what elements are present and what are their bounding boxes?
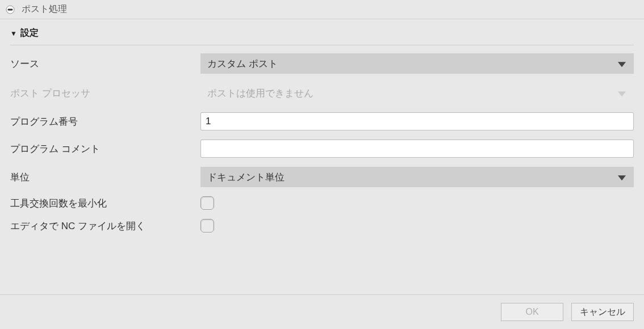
- select-source[interactable]: カスタム ポスト: [200, 53, 634, 74]
- row-minimize-tool-changes: 工具交換回数を最小化: [10, 196, 634, 210]
- label-open-nc-editor: エディタで NC ファイルを開く: [10, 220, 200, 233]
- row-unit: 単位 ドキュメント単位: [10, 167, 634, 187]
- app-icon: [6, 5, 15, 14]
- select-postprocessor-value: ポストは使用できません: [207, 87, 313, 100]
- label-source: ソース: [10, 57, 200, 70]
- input-program-comment[interactable]: [200, 140, 634, 158]
- titlebar: ポスト処理: [0, 0, 644, 19]
- checkbox-open-nc-editor[interactable]: [200, 219, 214, 233]
- row-program-number: プログラム番号: [10, 112, 634, 130]
- checkbox-minimize-tool-changes[interactable]: [200, 196, 214, 210]
- label-program-number: プログラム番号: [10, 115, 200, 128]
- row-program-comment: プログラム コメント: [10, 140, 634, 158]
- cancel-button[interactable]: キャンセル: [571, 303, 634, 321]
- label-minimize-tool-changes: 工具交換回数を最小化: [10, 197, 200, 210]
- input-program-number[interactable]: [200, 112, 634, 130]
- disclosure-triangle-icon: ▼: [10, 29, 17, 37]
- select-unit[interactable]: ドキュメント単位: [200, 167, 634, 187]
- window-title: ポスト処理: [22, 3, 67, 15]
- select-postprocessor: ポストは使用できません: [200, 83, 634, 103]
- label-program-comment: プログラム コメント: [10, 142, 200, 155]
- label-unit: 単位: [10, 171, 200, 184]
- select-unit-value: ドキュメント単位: [207, 171, 285, 184]
- select-source-value: カスタム ポスト: [207, 57, 278, 70]
- row-open-nc-editor: エディタで NC ファイルを開く: [10, 219, 634, 233]
- section-header-settings[interactable]: ▼ 設定: [10, 27, 634, 45]
- svg-rect-1: [8, 9, 13, 10]
- chevron-down-icon: [618, 91, 626, 96]
- ok-button: OK: [501, 303, 563, 321]
- row-source: ソース カスタム ポスト: [10, 53, 634, 74]
- chevron-down-icon: [618, 175, 626, 180]
- chevron-down-icon: [618, 62, 626, 67]
- section-title: 設定: [20, 27, 39, 39]
- dialog-content: ▼ 設定 ソース カスタム ポスト ポスト プロセッサ ポストは使用できません …: [0, 19, 644, 294]
- row-postprocessor: ポスト プロセッサ ポストは使用できません: [10, 83, 634, 103]
- button-bar: OK キャンセル: [0, 294, 644, 329]
- label-postprocessor: ポスト プロセッサ: [10, 87, 200, 100]
